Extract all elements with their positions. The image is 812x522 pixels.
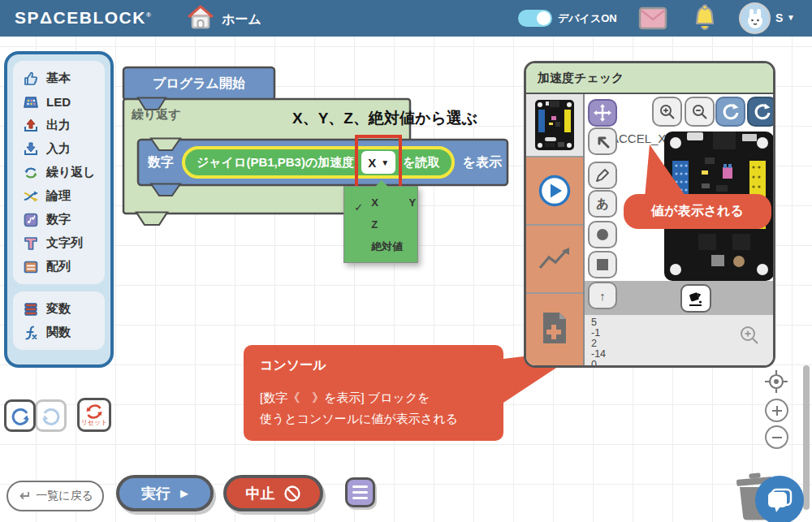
device-simulator-panel: 加速度チェック <box>524 61 775 368</box>
back-to-list-button[interactable]: 一覧に戻る <box>6 481 104 511</box>
axis-dropdown-menu: ✓X Y Z 絶対値 <box>343 186 418 263</box>
home-nav[interactable]: ホーム <box>187 4 261 35</box>
account-caret-icon[interactable]: ▼ <box>787 13 795 22</box>
move-tool-button[interactable] <box>588 99 617 127</box>
redo-button[interactable] <box>35 399 67 432</box>
dropdown-option-y[interactable]: Y <box>382 196 416 209</box>
sidebar-item-variable[interactable]: 変数 <box>18 297 100 321</box>
square-icon <box>596 258 609 271</box>
stop-button[interactable]: 中止 <box>223 475 323 511</box>
sidebar-label: 数字 <box>46 212 71 227</box>
workspace-canvas[interactable]: 基本 LED 出力 入力 繰り返し <box>0 37 812 522</box>
console-zoom-icon[interactable] <box>739 325 760 349</box>
sidebar-label: LED <box>46 95 71 109</box>
output-arrow-icon <box>23 118 39 134</box>
console-line: -14 <box>591 349 773 360</box>
number-block-icon <box>23 212 39 228</box>
text-t-icon <box>23 235 39 252</box>
console-output[interactable]: 5 -1 2 -14 0 <box>585 315 773 365</box>
sidebar-item-basic[interactable]: 基本 <box>18 67 100 90</box>
dropdown-option-x[interactable]: ✓X <box>344 196 378 209</box>
undo-button[interactable] <box>4 399 36 432</box>
led-matrix-icon <box>23 94 39 110</box>
sidebar-item-output[interactable]: 出力 <box>18 114 100 137</box>
sidebar-item-led[interactable]: LED <box>18 90 100 114</box>
repeat-block-label[interactable]: 繰り返す <box>132 107 181 123</box>
minus-icon <box>771 431 784 444</box>
new-file-button[interactable] <box>526 294 583 362</box>
cursor-arrow-icon <box>594 133 611 149</box>
dropdown-option-abs[interactable]: 絶対値 <box>344 240 403 252</box>
console-collapse-button[interactable]: ↑ <box>588 282 617 309</box>
chat-support-button[interactable] <box>755 476 804 522</box>
stop-label: 中止 <box>246 484 275 503</box>
block-menu-button[interactable] <box>345 477 375 507</box>
panel-title[interactable]: 加速度チェック <box>526 63 773 94</box>
number-block-suffix: を表示 <box>463 154 502 171</box>
gyro-accel-pill-block[interactable]: ジャイロ(PB1,PB3)の加速度 X ▼ ✓X Y Z 絶対値 を読取 <box>182 146 455 179</box>
sidebar-label: 文字列 <box>46 235 83 251</box>
callout-line: 使うとコンソールに値が表示される <box>260 408 487 429</box>
block-category-sidebar: 基本 LED 出力 入力 繰り返し <box>4 51 114 368</box>
canvas-scrollbar[interactable] <box>803 365 810 510</box>
text-tool-button[interactable]: あ <box>588 190 617 218</box>
device-toggle[interactable] <box>518 10 552 27</box>
reset-button[interactable]: リセット <box>77 398 111 432</box>
menu-icon <box>352 485 368 488</box>
dropdown-option-z[interactable]: Z <box>344 218 378 231</box>
account-initial[interactable]: S <box>775 11 783 24</box>
sidebar-label: 変数 <box>46 301 71 317</box>
sidebar-label: 繰り返し <box>46 165 96 180</box>
sidebar-label: 論理 <box>46 188 71 204</box>
canvas-zoom-in-button[interactable] <box>765 399 788 422</box>
tooltip-pointer <box>526 94 773 281</box>
crosshair-icon <box>764 369 788 394</box>
canvas-zoom-out-button[interactable] <box>765 425 788 449</box>
prohibit-icon <box>283 485 301 503</box>
pen-tool-button[interactable] <box>588 162 617 189</box>
pen-icon <box>594 167 611 183</box>
sidebar-label: 配列 <box>46 259 71 274</box>
input-arrow-icon <box>23 141 39 157</box>
number-display-block[interactable]: 数字 ジャイロ(PB1,PB3)の加速度 X ▼ ✓X Y Z 絶対値 を読取 … <box>148 140 502 185</box>
panel-body: あ ACCEL <box>526 94 773 365</box>
function-fx-icon <box>23 325 39 341</box>
console-callout: コンソール [数字《 》を表示] ブロックを 使うとコンソールに値が表示される <box>244 345 503 441</box>
home-icon <box>187 4 214 35</box>
device-toggle-label: デバイスON <box>558 11 617 26</box>
number-block-prefix: 数字 <box>148 154 174 171</box>
check-icon: ✓ <box>354 196 363 218</box>
recenter-button[interactable] <box>764 369 788 397</box>
plus-icon <box>771 404 784 417</box>
square-tool-button[interactable] <box>588 251 617 278</box>
sidebar-item-input[interactable]: 入力 <box>18 137 100 161</box>
axis-dropdown-value: X <box>368 156 376 170</box>
run-play-icon: ▶ <box>180 487 188 499</box>
circle-tool-button[interactable] <box>588 221 617 248</box>
sidebar-item-number[interactable]: 数字 <box>18 208 100 231</box>
run-button[interactable]: 実行 ▶ <box>116 475 214 511</box>
callout-line: [数字《 》を表示] ブロックを <box>260 387 487 408</box>
select-tool-button[interactable] <box>588 127 617 155</box>
axis-dropdown[interactable]: X ▼ ✓X Y Z 絶対値 <box>361 151 395 174</box>
dropdown-caret-icon: ▼ <box>381 158 389 167</box>
sidebar-item-array[interactable]: 配列 <box>18 255 100 278</box>
sidebar-item-logic[interactable]: 論理 <box>18 184 100 208</box>
sidebar-item-function[interactable]: 関数 <box>18 321 100 344</box>
sidebar-label: 出力 <box>46 118 71 133</box>
spaceblock-logo[interactable]: SPΔCEBLOCK® <box>15 8 151 28</box>
sidebar-item-loop[interactable]: 繰り返し <box>18 161 100 184</box>
sidebar-label: 入力 <box>46 141 71 157</box>
up-arrow-icon: ↑ <box>599 289 606 303</box>
notification-bell-icon[interactable] <box>691 4 719 37</box>
mail-icon[interactable] <box>638 6 667 33</box>
console-clear-button[interactable] <box>680 284 711 313</box>
loop-arrows-icon <box>23 165 39 181</box>
annotation-text: X、Y、Z、絶対値から選ぶ <box>292 108 477 129</box>
redo-icon <box>41 405 62 426</box>
option-label: Y <box>408 196 416 209</box>
hat-block-label[interactable]: プログラム開始 <box>123 75 274 93</box>
account-avatar[interactable] <box>739 2 771 34</box>
gyro-pill-label: ジャイロ(PB1,PB3)の加速度 <box>197 155 354 170</box>
sidebar-item-string[interactable]: 文字列 <box>18 231 100 255</box>
